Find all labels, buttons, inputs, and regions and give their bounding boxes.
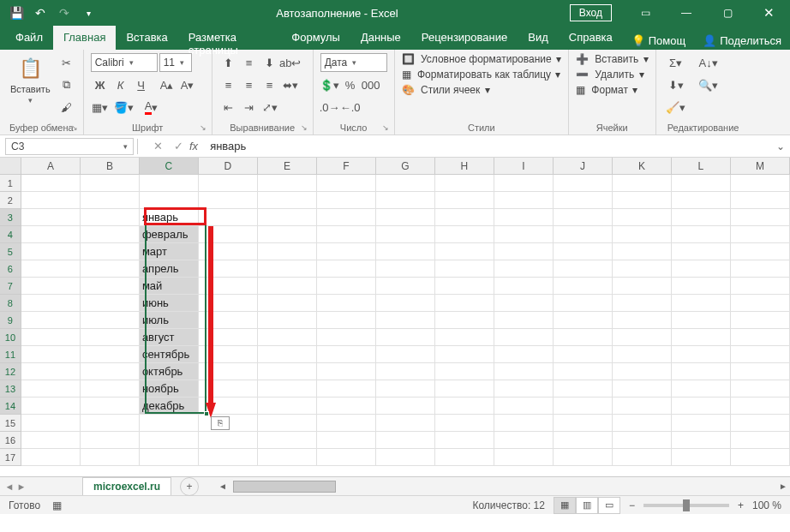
- cell[interactable]: [317, 192, 376, 209]
- cell[interactable]: [140, 175, 199, 192]
- cell[interactable]: [317, 312, 376, 329]
- cell[interactable]: [199, 260, 258, 278]
- row-header[interactable]: 4: [0, 226, 21, 243]
- column-header[interactable]: C: [140, 158, 199, 174]
- copy-icon[interactable]: ⧉: [57, 75, 76, 94]
- tab-view[interactable]: Вид: [518, 26, 559, 50]
- cell[interactable]: [21, 278, 81, 295]
- cell[interactable]: март: [140, 243, 199, 260]
- cell[interactable]: [554, 312, 613, 329]
- cell[interactable]: [258, 329, 317, 346]
- cell[interactable]: [81, 295, 140, 312]
- find-select-icon[interactable]: 🔍▾: [696, 75, 721, 94]
- cell[interactable]: [435, 415, 494, 432]
- cell[interactable]: [81, 380, 140, 398]
- cell[interactable]: [81, 363, 140, 380]
- cell[interactable]: август: [140, 329, 199, 346]
- align-right-icon[interactable]: ≡: [260, 75, 279, 94]
- tab-review[interactable]: Рецензирование: [411, 26, 518, 50]
- cell[interactable]: [199, 363, 258, 380]
- row-header[interactable]: 1: [0, 175, 21, 192]
- cell[interactable]: [731, 243, 790, 260]
- cell[interactable]: [317, 175, 376, 192]
- cell[interactable]: [731, 415, 790, 432]
- sheet-tab[interactable]: microexcel.ru: [82, 477, 171, 495]
- cell[interactable]: [376, 363, 435, 380]
- decrease-font-icon[interactable]: A▾: [178, 75, 197, 94]
- clear-icon[interactable]: 🧹▾: [663, 98, 689, 117]
- align-bottom-icon[interactable]: ⬇: [260, 53, 279, 72]
- cell[interactable]: [81, 260, 140, 278]
- cell[interactable]: [435, 398, 494, 415]
- cell[interactable]: [494, 398, 554, 415]
- cell[interactable]: [258, 192, 317, 209]
- cell[interactable]: [731, 346, 790, 363]
- cell[interactable]: [554, 175, 613, 192]
- row-header[interactable]: 17: [0, 449, 21, 466]
- tell-me-button[interactable]: 💡Помощ: [623, 26, 694, 50]
- cell[interactable]: июль: [140, 312, 199, 329]
- cell[interactable]: [613, 329, 672, 346]
- cell[interactable]: [672, 398, 731, 415]
- cell[interactable]: [554, 449, 613, 466]
- fill-icon[interactable]: ⬇▾: [663, 75, 689, 94]
- cell[interactable]: [317, 432, 376, 449]
- cell[interactable]: [317, 398, 376, 415]
- column-header[interactable]: B: [81, 158, 140, 174]
- cell[interactable]: [613, 226, 672, 243]
- row-header[interactable]: 3: [0, 209, 21, 226]
- increase-indent-icon[interactable]: ⇥: [240, 98, 259, 117]
- cell[interactable]: [21, 175, 81, 192]
- row-header[interactable]: 10: [0, 329, 21, 346]
- cell[interactable]: [613, 175, 672, 192]
- column-header[interactable]: I: [494, 158, 554, 174]
- cell[interactable]: [199, 312, 258, 329]
- cell[interactable]: [258, 432, 317, 449]
- page-break-view-icon[interactable]: ▭: [598, 497, 620, 514]
- cell[interactable]: [672, 380, 731, 398]
- cell[interactable]: ноябрь: [140, 380, 199, 398]
- font-size-combo[interactable]: 11▾: [159, 53, 192, 72]
- cell[interactable]: [494, 380, 554, 398]
- insert-cells-button[interactable]: ➕ Вставить ▾: [576, 53, 649, 65]
- cell[interactable]: [376, 295, 435, 312]
- cell[interactable]: [554, 192, 613, 209]
- align-center-icon[interactable]: ≡: [240, 75, 259, 94]
- cell[interactable]: [731, 192, 790, 209]
- cell[interactable]: [21, 329, 81, 346]
- cell[interactable]: [731, 312, 790, 329]
- cell[interactable]: [317, 380, 376, 398]
- row-header[interactable]: 13: [0, 380, 21, 398]
- cell[interactable]: [81, 192, 140, 209]
- cell[interactable]: [435, 192, 494, 209]
- cell[interactable]: [613, 278, 672, 295]
- cell[interactable]: [21, 380, 81, 398]
- tab-file[interactable]: Файл: [5, 26, 53, 50]
- cell[interactable]: [672, 346, 731, 363]
- cell[interactable]: [317, 278, 376, 295]
- row-header[interactable]: 8: [0, 295, 21, 312]
- cell[interactable]: декабрь: [140, 398, 199, 415]
- undo-icon[interactable]: ↶: [29, 2, 51, 24]
- zoom-out-icon[interactable]: −: [629, 499, 635, 511]
- cell[interactable]: [613, 346, 672, 363]
- cell[interactable]: [199, 209, 258, 226]
- cell[interactable]: [613, 363, 672, 380]
- cell[interactable]: [376, 398, 435, 415]
- cell[interactable]: [672, 175, 731, 192]
- cell[interactable]: [21, 363, 81, 380]
- cell[interactable]: [613, 415, 672, 432]
- cell[interactable]: [21, 260, 81, 278]
- cell[interactable]: [81, 175, 140, 192]
- cell[interactable]: [376, 380, 435, 398]
- column-header[interactable]: F: [317, 158, 376, 174]
- font-name-combo[interactable]: Calibri▾: [91, 53, 158, 72]
- cell[interactable]: [435, 432, 494, 449]
- cell[interactable]: [672, 260, 731, 278]
- grid-rows[interactable]: 123январь4февраль5март6апрель7май8июнь9и…: [0, 175, 790, 476]
- cell[interactable]: [554, 432, 613, 449]
- cell[interactable]: [731, 175, 790, 192]
- row-header[interactable]: 2: [0, 192, 21, 209]
- cell[interactable]: [554, 398, 613, 415]
- cell[interactable]: [258, 398, 317, 415]
